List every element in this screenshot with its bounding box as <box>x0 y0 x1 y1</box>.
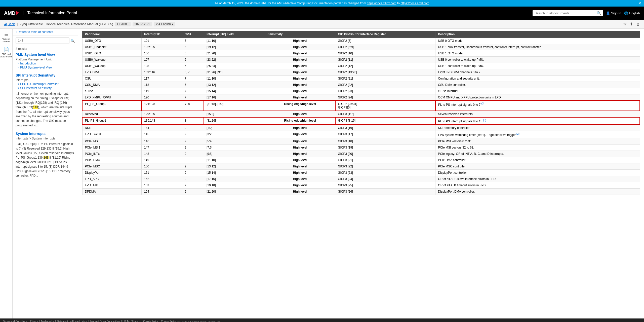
cell-interrupt-id: 101 <box>141 38 182 44</box>
cell-cpu: 9 <box>182 176 204 182</box>
cell-description: USB 1 bulk transfer, isochronous transfe… <box>435 44 640 50</box>
table-row: USB1_Wakeup 108 6 [25:24] High level GIC… <box>82 63 640 69</box>
banner-to-text: to <box>397 2 400 5</box>
back-button[interactable]: ◀ Back <box>4 22 15 26</box>
toc-search-icon[interactable]: 🔍 <box>70 39 75 43</box>
banner-old-url[interactable]: https://docs.xilinx.com <box>367 2 396 5</box>
search-icon[interactable]: 🔍 <box>597 11 601 15</box>
result-title-pmu[interactable]: PMU System-level View <box>16 53 75 57</box>
share-icon[interactable]: ⬆ <box>630 22 633 26</box>
cell-interrupt-id: 119 <box>141 88 182 94</box>
cell-interrupt-id: 148 <box>141 151 182 157</box>
cell-sensitivity: High level <box>265 57 335 63</box>
search-input[interactable] <box>535 11 597 15</box>
footer-link-competition[interactable]: Fair and Open Competition <box>90 320 120 322</box>
cell-interrupt-id: 106 <box>141 50 182 57</box>
cell-sensitivity: High level <box>265 131 335 138</box>
cell-gic: GICP2 [23] <box>335 88 435 94</box>
footer-link-cookie-policy[interactable]: Cookie Policy <box>143 320 158 322</box>
result-title-sys[interactable]: System Interrupts <box>16 132 75 136</box>
signin-label: Sign In <box>611 11 621 15</box>
table-row: PCIe_MSI0 146 9 [5:4] High level GICP3 [… <box>82 138 640 145</box>
cell-peripheral: PCIe_INTx <box>82 151 141 157</box>
cell-bit-field: [21:20] <box>204 189 265 195</box>
cell-description: CSU DMA controller. <box>435 82 640 88</box>
cell-peripheral: PCIe_DMA <box>82 157 141 163</box>
cell-interrupt-id: 147 <box>141 145 182 151</box>
toc-sidebar: ‹ Return to table of contents 🔍 3 result… <box>13 29 78 318</box>
lang-version-text: 2.4 English <box>156 22 171 26</box>
cell-cpu: 9 <box>182 151 204 157</box>
cell-bit-field: [11:10] <box>204 76 265 82</box>
language-selector[interactable]: 🌐 English <box>624 11 640 15</box>
cell-cpu: 6 <box>182 44 204 50</box>
cell-bit-field: [19:18] <box>204 182 265 189</box>
star-icon[interactable]: ☆ <box>623 22 627 26</box>
toc-search-input[interactable] <box>16 38 69 44</box>
cell-description: PCIe DMA controller. <box>435 157 640 163</box>
banner-close-button[interactable]: ✕ <box>638 1 641 6</box>
result-group-sys: System Interrupts Interrupts > System In… <box>13 132 78 178</box>
cell-description: USB 0 controller to wake-up PMU. <box>435 57 640 63</box>
cell-bit-field: [15:2] <box>204 111 265 117</box>
cell-interrupt-id: 107 <box>141 57 182 63</box>
return-to-toc-label: Return to table of contents <box>18 30 53 34</box>
header-search-box[interactable]: 🔍 <box>533 10 603 16</box>
cell-gic: GICP2 [5] <box>335 38 435 44</box>
footer-link-uk-tax[interactable]: UK Tax Strategy <box>123 320 141 322</box>
cell-bit-field: [11:10] <box>204 38 265 44</box>
footer-link-cookie-settings[interactable]: Cookie Settings <box>161 320 179 322</box>
result-link-intro[interactable]: > Introduction <box>18 62 75 65</box>
table-row: DisplayPort 151 9 [15:14] High level GIC… <box>82 170 640 176</box>
cell-bit-field: [19:12] <box>204 44 265 50</box>
cell-peripheral: LPD_DMA <box>82 69 141 76</box>
col-interrupt-id: Interrupt ID <box>141 31 182 38</box>
cell-interrupt-id: 152 <box>141 176 182 182</box>
cell-interrupt-id: 117 <box>141 76 182 82</box>
lang-version-badge[interactable]: 2.4 English ▾ <box>154 22 175 26</box>
footer-link-trademarks[interactable]: Trademarks <box>41 320 54 322</box>
header: AMD Technical Information Portal 🔍 👤 Sig… <box>0 7 644 20</box>
breadcrumb-actions: ☆ ⬆ 🖨 <box>623 22 640 26</box>
cell-interrupt-id: 108 <box>141 63 182 69</box>
cell-gic: GICP2 [12] <box>335 63 435 69</box>
toc-nav-icon[interactable]: ☰ Table ofcontents <box>2 32 10 43</box>
cell-bit-field: [13:12] <box>204 82 265 88</box>
signin-button[interactable]: 👤 Sign In <box>606 11 621 15</box>
footer-link-forced-labor[interactable]: Statement on Forced Labor <box>57 320 87 322</box>
col-sensitivity: Sensitivity <box>265 31 335 38</box>
content-area: Peripheral Interrupt ID CPU Interrupt [B… <box>78 29 644 318</box>
result-link-spi-sens[interactable]: > SPI Interrupt Sensitivity <box>18 86 75 90</box>
print-icon[interactable]: 🖨 <box>636 22 640 26</box>
result-snippet-sys: ...31] GICP3[0] PL to PS interrupt signa… <box>16 142 75 178</box>
footer-link-terms[interactable]: Terms and Conditions <box>3 320 27 322</box>
footer-link-privacy[interactable]: Privacy <box>30 320 38 322</box>
result-link-pmu-view[interactable]: > PMU System-level View <box>18 66 75 69</box>
result-link-fpu-gic[interactable]: > FPU GIC Interrupt Controller <box>18 82 75 86</box>
cell-description: USB 0 OTG mode. <box>435 38 640 44</box>
cell-cpu: 9 <box>182 145 204 151</box>
cell-peripheral: PL_PS_Group1 <box>82 117 141 125</box>
cell-bit-field: [17:16] <box>204 176 265 182</box>
cell-sensitivity: High level <box>265 69 335 76</box>
table-row: PCIe_INTx 148 9 [9:8] High level GICP3 [… <box>82 151 640 157</box>
cell-cpu: 9 <box>182 157 204 163</box>
cell-gic: GICP3 [25] <box>335 182 435 189</box>
pdf-nav-icon[interactable]: 📄 PDF andattachments <box>0 47 12 58</box>
return-to-toc-link[interactable]: ‹ Return to table of contents <box>13 29 78 35</box>
table-row: CSU_DMA 118 7 [13:12] High level GICP2 [… <box>82 82 640 88</box>
interrupts-table: Peripheral Interrupt ID CPU Interrupt [B… <box>82 31 640 195</box>
cell-peripheral: FPD_APB <box>82 176 141 182</box>
table-row: eFuse 119 7 [15:14] High level GICP2 [23… <box>82 88 640 94</box>
col-bit-field: Interrupt [Bit] Field <box>204 31 265 38</box>
table-row: USB1_OTG 106 6 [21:20] High level GICP2 … <box>82 50 640 57</box>
cell-interrupt-id: 153 <box>141 182 182 189</box>
cell-bit-field: [3:2] <box>204 131 265 138</box>
result-title-spi[interactable]: SPI Interrupt Sensitivity <box>16 73 75 77</box>
cell-bit-field: [17:16] <box>204 94 265 101</box>
cell-description: PCIe MSI vectors 32 to 63. <box>435 145 640 151</box>
cell-cpu: 9 <box>182 170 204 176</box>
banner-new-url[interactable]: https://docs.amd.com <box>400 2 429 5</box>
col-cpu: CPU <box>182 31 204 38</box>
result-snippet-spi: ...interrupt or the next pending interru… <box>16 91 75 128</box>
